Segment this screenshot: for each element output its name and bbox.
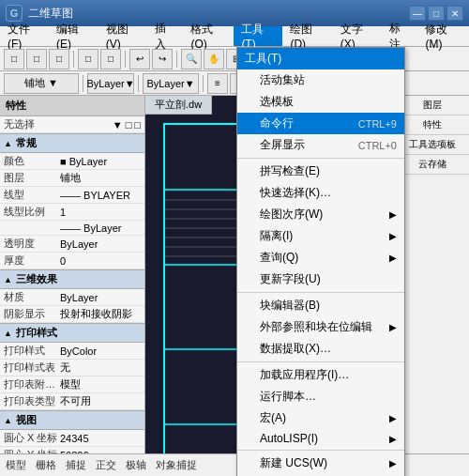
toolbar-sep-3 (176, 51, 177, 68)
drawing-tab[interactable]: 平立剖.dw (145, 96, 212, 115)
iro-label: IRo (255, 53, 280, 66)
view-collapse-icon: ▲ (4, 416, 12, 425)
prop-shadow: 阴影显示 投射和接收阴影 (0, 306, 144, 323)
prop-print-type: 打印表类型 不可用 (0, 393, 144, 410)
prop-transparency: 透明度 ByLayer (0, 236, 144, 253)
section-print[interactable]: ▲ 打印样式 (0, 323, 144, 343)
svg-text:12.75m: 12.75m (342, 240, 371, 250)
menu-modify[interactable]: 修改(M) (417, 26, 469, 46)
maximize-button[interactable]: □ (428, 6, 445, 21)
title-bar-controls: — □ ✕ (409, 6, 463, 21)
toolbar-sep-1 (73, 51, 74, 68)
app-icon: G (6, 5, 23, 22)
status-model[interactable]: 模型 (6, 458, 26, 472)
menu-bar: 文件(F) 编辑(E) 视图(V) 插入 格式(O) 工具(T) 绘图(D) 文… (0, 26, 469, 47)
main-area: 特性 无选择 ▼ □ □ ▲ 常规 颜色 ■ ByLayer 图层 铺地 线型 … (0, 96, 469, 453)
svg-text:上空: 上空 (352, 294, 371, 304)
right-panel-properties[interactable]: 特性 (395, 115, 469, 135)
menu-draw[interactable]: 绘图(D) (282, 26, 332, 46)
toolbar-undo[interactable]: ↩ (129, 49, 150, 69)
right-panel: 图层 特性 工具选项板 云存储 (394, 96, 469, 453)
toolbar-sep-4 (250, 51, 251, 68)
menu-edit[interactable]: 编辑(E) (49, 26, 98, 46)
status-grid[interactable]: 栅格 (36, 458, 56, 472)
prop-linetype: 线型 —— BYLAYER (0, 187, 144, 204)
prop-cx: 圆心 X 坐标 24345 (0, 430, 144, 447)
toolbar-print[interactable]: □ (78, 49, 98, 69)
prop-print-table: 打印样式表 无 (0, 360, 144, 376)
toolbar2-layer[interactable]: 铺地 ▼ (4, 73, 79, 94)
svg-rect-13 (240, 125, 332, 189)
menu-text[interactable]: 文字(X) (333, 26, 383, 46)
prop-linescale: 线型比例 1 (0, 204, 144, 221)
toolbar-save[interactable]: □ (49, 49, 69, 69)
toolbar2-copy[interactable]: ⧉ (252, 73, 273, 94)
toolbar-row-2: 铺地 ▼ ByLayer▼ ByLayer▼ ≡ ✥ ⧉ (0, 71, 469, 96)
toolbar-pan[interactable]: ✋ (204, 49, 224, 69)
prop-print-attach: 打印表附… 模型 (0, 376, 144, 393)
menu-insert[interactable]: 插入 (147, 26, 183, 46)
no-selection-row: 无选择 ▼ □ □ (0, 116, 144, 133)
svg-text:15.32: 15.32 (342, 161, 364, 170)
right-panel-layers[interactable]: 图层 (395, 96, 469, 115)
general-collapse-icon: ▲ (4, 139, 12, 148)
prop-color: 颜色 ■ ByLayer (0, 153, 144, 170)
print-collapse-icon: ▲ (4, 329, 12, 338)
menu-file[interactable]: 文件(F) (0, 26, 49, 46)
prop-lineweight: —— ByLayer (0, 221, 144, 236)
svg-text:次卧: 次卧 (347, 148, 366, 159)
toolbar-zoom[interactable]: 🔍 (181, 49, 202, 69)
toolbar2-move[interactable]: ✥ (230, 73, 250, 94)
status-snap[interactable]: 捕捉 (66, 458, 86, 472)
toolbar2-sep-3 (203, 75, 204, 92)
toolbar-preview[interactable]: □ (100, 49, 121, 69)
toolbar-new[interactable]: □ (4, 49, 24, 69)
prop-cy: 圆心 Y 坐标 56306 (0, 447, 144, 453)
prop-thickness: 厚度 0 (0, 253, 144, 269)
minimize-button[interactable]: — (409, 6, 426, 21)
menu-tools[interactable]: 工具(T) (234, 26, 282, 46)
toolbar2-sep-1 (83, 75, 83, 92)
3d-collapse-icon: ▲ (4, 275, 12, 284)
toolbar2-linetype[interactable]: ByLayer▼ (143, 73, 199, 94)
right-panel-toolpalettes[interactable]: 工具选项板 (395, 135, 469, 155)
menu-annotate[interactable]: 标注 (382, 26, 417, 46)
toolbar2-color[interactable]: ByLayer▼ (87, 73, 134, 94)
prop-print-style: 打印样式 ByColor (0, 343, 144, 360)
floor-plan-svg: 16900 (145, 115, 394, 453)
status-ortho[interactable]: 正交 (96, 458, 116, 472)
toolbar-window[interactable]: ⊞ (226, 49, 247, 69)
menu-view[interactable]: 视图(V) (98, 26, 148, 46)
right-panel-cloudstorage[interactable]: 云存储 (395, 155, 469, 175)
close-button[interactable]: ✕ (446, 6, 463, 21)
menu-format[interactable]: 格式(O) (183, 26, 234, 46)
drawing-area[interactable]: 平立剖.dw 16900 (145, 96, 394, 453)
toolbar-open[interactable]: □ (26, 49, 47, 69)
status-osnap[interactable]: 对象捕捉 (156, 458, 197, 472)
section-view[interactable]: ▲ 视图 (0, 410, 144, 430)
toolbar-sep-2 (125, 51, 126, 68)
section-general[interactable]: ▲ 常规 (0, 133, 144, 153)
section-3d[interactable]: ▲ 三维效果 (0, 269, 144, 289)
toolbar-redo[interactable]: ↪ (152, 49, 173, 69)
toolbar2-sep-2 (138, 75, 139, 92)
properties-panel: 特性 无选择 ▼ □ □ ▲ 常规 颜色 ■ ByLayer 图层 铺地 线型 … (0, 96, 145, 453)
svg-text:上5: 上5 (352, 228, 367, 238)
prop-material: 材质 ByLayer (0, 289, 144, 306)
prop-layer: 图层 铺地 (0, 170, 144, 187)
properties-title: 特性 (0, 96, 144, 116)
status-polar[interactable]: 极轴 (126, 458, 146, 472)
toolbar2-match[interactable]: ≡ (207, 73, 228, 94)
title-bar-text: 二维草图 (28, 6, 409, 22)
status-bar: 模型 栅格 捕捉 正交 极轴 对象捕捉 (0, 453, 469, 476)
